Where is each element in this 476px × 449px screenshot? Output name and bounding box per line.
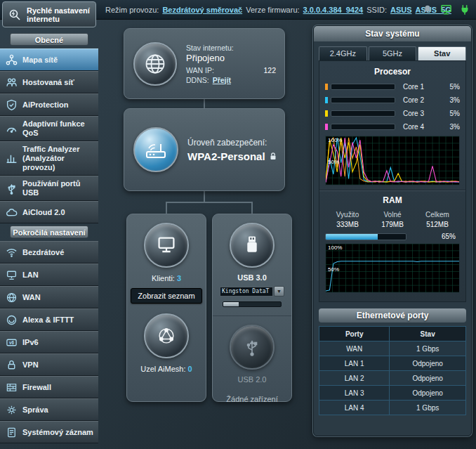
ram-usage-bar xyxy=(325,233,406,240)
sidebar-item-lan[interactable]: LAN xyxy=(0,263,98,286)
sidebar-item-adaptive-qos[interactable]: Adaptivní funkce QoS xyxy=(0,116,98,141)
status-tabs: 2.4GHz 5GHz Stav xyxy=(319,46,466,60)
sidebar-item-ipv6[interactable]: v6 IPv6 xyxy=(0,331,98,353)
sidebar-item-usb-application[interactable]: Používání portů USB xyxy=(0,176,98,201)
eth-status-cell: Odpojeno xyxy=(390,356,466,371)
connector-line xyxy=(204,99,205,108)
graph-y-label-100: 100% xyxy=(328,138,342,143)
internet-status-value: Připojeno xyxy=(186,53,276,63)
sidebar-item-aicloud[interactable]: AiCloud 2.0 xyxy=(0,201,98,223)
router-icon[interactable] xyxy=(133,127,178,172)
cloud-icon xyxy=(6,207,18,219)
general-section-header: Obecné xyxy=(10,33,88,46)
ram-total-label: Celkem xyxy=(415,211,460,219)
cpu-usage-graph: 100% 50% xyxy=(325,136,460,186)
core2-color-tick xyxy=(325,97,328,103)
usb3-drive-icon[interactable] xyxy=(230,223,275,268)
table-row: LAN 2 Odpojeno xyxy=(319,371,466,386)
advanced-section-header: Pokročilá nastavení xyxy=(10,226,88,238)
sidebar-item-label: VPN xyxy=(22,360,39,370)
operation-mode-link[interactable]: Bezdrátový směrovač xyxy=(162,6,242,14)
view-client-list-button[interactable]: Zobrazit seznam xyxy=(131,288,201,304)
sidebar-item-label: Alexa & IFTTT xyxy=(22,315,74,325)
sidebar-item-label: WAN xyxy=(22,293,41,302)
tab-2-4ghz[interactable]: 2.4GHz xyxy=(319,46,367,60)
eth-status-cell: Odpojeno xyxy=(390,386,466,401)
wan-globe-icon xyxy=(6,292,18,304)
eth-port-cell: LAN 4 xyxy=(319,401,390,415)
graph-y-label-50: 50% xyxy=(328,267,339,273)
security-level-value: WPA2-Personal xyxy=(187,150,265,162)
tab-status[interactable]: Stav xyxy=(418,46,466,60)
sidebar-item-label: AiCloud 2.0 xyxy=(22,208,65,217)
wifi-icon xyxy=(6,247,18,259)
sidebar-item-system-log[interactable]: Systémový záznam xyxy=(0,421,98,443)
aimesh-icon[interactable] xyxy=(144,313,189,358)
sidebar-item-guest-network[interactable]: Hostovaná síť xyxy=(0,71,98,93)
connector-line xyxy=(166,202,253,203)
aimesh-node-count: 0 xyxy=(188,365,192,373)
eth-port-cell: LAN 1 xyxy=(319,356,390,371)
sidebar-item-vpn[interactable]: VPN xyxy=(0,353,98,376)
sidebar-item-traffic-analyzer[interactable]: Traffic Analyzer (Analyzátor provozu) xyxy=(0,141,98,176)
qis-label: Rychlé nastavení internetu xyxy=(27,6,91,23)
tab-5ghz[interactable]: 5GHz xyxy=(369,46,417,60)
ram-usage-row: 65% xyxy=(325,233,460,240)
alexa-icon xyxy=(6,314,18,326)
cpu-section-title: Procesor xyxy=(325,67,460,77)
sidebar-item-label: IPv6 xyxy=(22,338,39,347)
ddns-go-link[interactable]: Přejít xyxy=(213,76,231,84)
clients-monitor-icon[interactable] xyxy=(144,223,189,268)
sidebar-item-label: Systémový záznam xyxy=(22,428,93,437)
ethernet-ports-table: Porty Stav WAN 1 Gbps LAN 1 Odpojeno LAN… xyxy=(319,326,466,415)
core3-name: Core 3 xyxy=(403,110,428,117)
operation-mode-label: Režim provozu: xyxy=(105,6,159,14)
graph-y-label-50: 50% xyxy=(328,160,339,165)
usb3-device-select[interactable]: Kingston DataT xyxy=(220,287,273,297)
ram-section-title: RAM xyxy=(325,195,460,205)
table-row: LAN 3 Odpojeno xyxy=(319,386,466,401)
eth-status-cell: 1 Gbps xyxy=(390,341,466,356)
sidebar-item-wireless[interactable]: Bezdrátové xyxy=(0,241,98,263)
notification-icon[interactable] xyxy=(422,4,433,15)
sidebar-item-aiprotection[interactable]: AiProtection xyxy=(0,93,98,116)
cpu-core-row: Core 3 5% xyxy=(325,109,460,118)
usb3-device-dropdown-button[interactable]: ▼ xyxy=(274,286,284,297)
core2-usage-value: 3% xyxy=(431,96,460,104)
ssid-label: SSID: xyxy=(366,6,387,14)
sidebar-item-network-map[interactable]: Mapa sítě xyxy=(0,48,98,71)
guest-network-icon xyxy=(6,77,18,89)
sidebar-item-label: Hostovaná síť xyxy=(22,78,74,87)
core1-name: Core 1 xyxy=(403,83,428,91)
core1-usage-value: 5% xyxy=(431,83,460,91)
usb-icon xyxy=(6,183,18,195)
firmware-version-link[interactable]: 3.0.0.4.384_9424 xyxy=(303,6,364,14)
sidebar-item-alexa-ifttt[interactable]: Alexa & IFTTT xyxy=(0,308,98,331)
sidebar-item-administration[interactable]: Správa xyxy=(0,398,98,421)
gear-icon xyxy=(6,404,18,416)
ssid-24ghz-link[interactable]: ASUS xyxy=(390,6,412,14)
sidebar-item-label: Adaptivní funkce QoS xyxy=(22,119,95,138)
core3-usage-bar xyxy=(331,110,395,117)
gauge-icon xyxy=(6,123,18,135)
sidebar-item-label: AiProtection xyxy=(22,100,68,110)
usb2-icon[interactable] xyxy=(230,325,275,370)
wan-ip-value: 122 xyxy=(263,66,276,74)
firmware-label: Verze firmwaru: xyxy=(246,6,299,14)
aimesh-node-label: Uzel AiMesh: xyxy=(140,365,185,373)
sidebar-item-firewall[interactable]: Firewall xyxy=(0,376,98,398)
wired-client-status-icon[interactable] xyxy=(440,4,452,15)
usb-card: USB 3.0 Kingston DataT ▼ USB 2.0 Žádné z… xyxy=(212,214,292,402)
wan-ip-label: WAN IP: xyxy=(186,66,214,74)
sidebar-item-label: Firewall xyxy=(22,383,51,392)
usb3-usage-bar xyxy=(223,301,282,307)
internet-globe-icon[interactable] xyxy=(133,42,177,86)
sidebar-item-label: Mapa sítě xyxy=(22,56,58,65)
sidebar-nav: Obecné Mapa sítě Hostovaná síť AiProtect… xyxy=(0,31,98,443)
clients-label: Klienti: xyxy=(152,274,175,282)
sidebar-item-wan[interactable]: WAN xyxy=(0,286,98,308)
system-status-title: Stav systému xyxy=(314,26,471,41)
core2-usage-bar xyxy=(331,97,395,103)
quick-internet-setup-button[interactable]: Rychlé nastavení internetu xyxy=(2,1,96,27)
power-plug-icon[interactable] xyxy=(459,4,470,15)
